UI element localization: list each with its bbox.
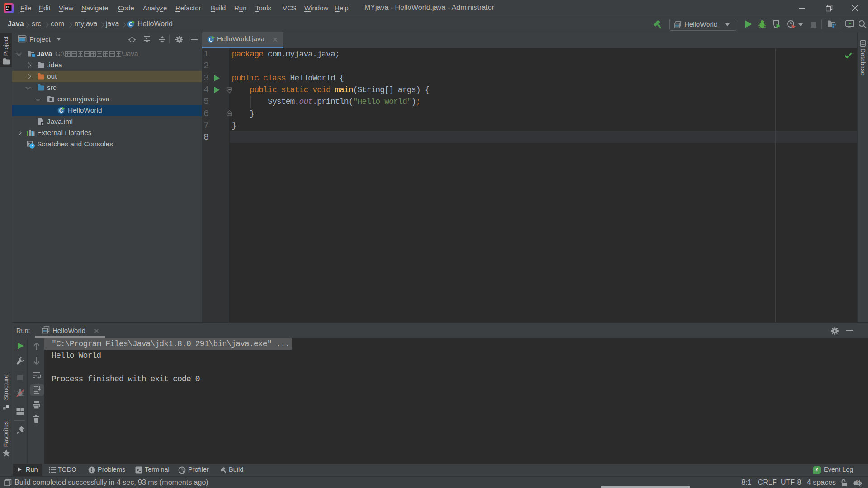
svg-text:IJ: IJ [6, 6, 9, 9]
svg-text:?: ? [857, 480, 859, 485]
